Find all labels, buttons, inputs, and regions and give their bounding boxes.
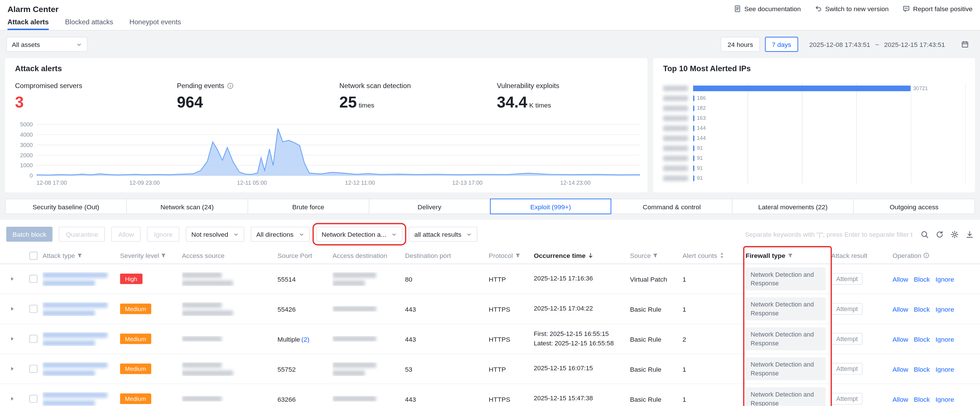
action-block-link[interactable]: Block	[914, 275, 930, 282]
svg-text:4000: 4000	[20, 132, 33, 138]
tab-attack-alerts[interactable]: Attack alerts	[8, 18, 49, 30]
action-allow-link[interactable]: Allow	[892, 335, 908, 343]
column-label: Alert counts	[682, 252, 717, 259]
search-input[interactable]	[744, 230, 914, 239]
row-checkbox[interactable]	[29, 365, 37, 373]
tab-honeypot-events[interactable]: Honeypot events	[129, 18, 181, 30]
ip-alert-bar	[693, 115, 694, 121]
category-tab-exploit-999-[interactable]: Exploit (999+)	[490, 199, 611, 214]
asset-filter-select[interactable]: All assets	[6, 37, 88, 52]
action-ignore-link[interactable]: Ignore	[935, 305, 954, 312]
filter-icon[interactable]	[77, 253, 83, 259]
category-tab-network-scan-24-[interactable]: Network scan (24)	[126, 199, 248, 214]
filter-select-network-detection-a-[interactable]: Network Detection a...	[316, 227, 402, 242]
column-header-occurrence-time: Occurrence time	[534, 252, 630, 259]
tab-blocked-attacks[interactable]: Blocked attacks	[65, 18, 113, 30]
action-ignore-link[interactable]: Ignore	[935, 335, 954, 343]
action-ignore-link[interactable]: Ignore	[935, 365, 954, 373]
switch-to-new-version-link[interactable]: Switch to new version	[815, 5, 889, 12]
see-documentation-link[interactable]: See documentation	[733, 5, 801, 12]
category-tab-brute-force[interactable]: Brute force	[247, 199, 369, 214]
row-checkbox[interactable]	[29, 335, 37, 343]
filter-icon[interactable]	[787, 253, 793, 259]
attack-type-redacted[interactable]	[43, 272, 108, 285]
range-button-7-days[interactable]: 7 days	[765, 37, 798, 52]
column-header-attack-type: Attack type	[43, 252, 120, 259]
row-checkbox[interactable]	[29, 395, 37, 403]
download-icon[interactable]	[966, 230, 974, 238]
attack-type-redacted[interactable]	[43, 362, 108, 376]
action-allow-link[interactable]: Allow	[892, 305, 908, 312]
toolbar-buttons: Batch blockQuarantineAllowIgnore	[6, 227, 180, 242]
action-ignore-link[interactable]: Ignore	[935, 395, 954, 403]
info-icon[interactable]	[923, 252, 929, 259]
info-icon[interactable]	[227, 82, 234, 89]
source-port: 55752	[278, 365, 296, 373]
svg-text:0: 0	[29, 173, 33, 179]
expand-row-icon[interactable]	[9, 336, 15, 342]
action-block-link[interactable]: Block	[914, 335, 930, 343]
bar-value: 144	[697, 125, 706, 131]
action-ignore-link[interactable]: Ignore	[935, 275, 954, 282]
alerts-table: Attack typeSeverity levelAccess sourceSo…	[0, 247, 980, 406]
action-allow-link[interactable]: Allow	[892, 275, 908, 282]
sort-desc-icon[interactable]	[587, 252, 594, 259]
range-button-24-hours[interactable]: 24 hours	[721, 37, 760, 52]
expand-row-icon[interactable]	[9, 306, 15, 312]
date-range-picker[interactable]: 2025-12-08 17:43:51 ~ 2025-12-15 17:43:5…	[804, 37, 974, 52]
filter-select-all-directions[interactable]: All directions	[251, 227, 310, 242]
ip-label-redacted	[663, 115, 688, 121]
quarantine-button[interactable]: Quarantine	[59, 227, 105, 242]
expand-row-icon[interactable]	[9, 366, 15, 372]
category-tab-outgoing-access[interactable]: Outgoing access	[853, 199, 975, 214]
row-checkbox[interactable]	[29, 275, 37, 283]
destination-port: 80	[405, 275, 489, 282]
select-all-checkbox[interactable]	[29, 251, 37, 259]
top10-ips-card: Top 10 Most Alerted IPs 30721 186 182 16…	[653, 58, 975, 192]
report-false-positive-link[interactable]: Report false positive	[902, 5, 972, 12]
occurrence-time: 2025-12-15 17:16:36	[534, 275, 593, 283]
severity-badge: Medium	[120, 393, 151, 404]
date-separator: ~	[875, 41, 879, 48]
category-tab-lateral-movements-22-[interactable]: Lateral movements (22)	[732, 199, 854, 214]
action-allow-link[interactable]: Allow	[892, 365, 908, 373]
row-checkbox[interactable]	[29, 305, 37, 313]
filter-icon[interactable]	[515, 253, 520, 259]
table-row: Medium 55426 443 HTTPS 2025-12-15 17:04:…	[0, 294, 980, 324]
filter-icon[interactable]	[161, 253, 167, 259]
column-header-protocol: Protocol	[489, 252, 534, 259]
svg-text:12-13 17:00: 12-13 17:00	[452, 179, 483, 186]
alert-source: Virtual Patch	[630, 275, 682, 282]
refresh-icon[interactable]	[935, 230, 943, 238]
allow-button[interactable]: Allow	[111, 227, 141, 242]
filter-select-not-resolved[interactable]: Not resolved	[186, 227, 244, 242]
action-block-link[interactable]: Block	[914, 395, 930, 403]
category-tab-delivery[interactable]: Delivery	[369, 199, 490, 214]
attack-type-redacted[interactable]	[43, 392, 108, 406]
batch-block-button[interactable]: Batch block	[6, 227, 52, 242]
ignore-button[interactable]: Ignore	[147, 227, 180, 242]
expand-row-icon[interactable]	[9, 276, 15, 282]
bar-value: 91	[697, 165, 703, 171]
action-allow-link[interactable]: Allow	[892, 395, 908, 403]
filter-select-all-attack-results[interactable]: all attack results	[409, 227, 477, 242]
settings-icon[interactable]	[951, 230, 959, 238]
action-block-link[interactable]: Block	[914, 305, 930, 312]
stat-pending-events: Pending events 964	[177, 82, 339, 111]
operation-links: AllowBlockIgnore	[892, 395, 980, 403]
search-icon[interactable]	[921, 230, 929, 238]
category-tab-command-control[interactable]: Command & control	[611, 199, 733, 214]
column-label: Severity level	[120, 252, 159, 259]
attack-result: Attempt	[831, 363, 863, 375]
firewall-type: Network Detection and Response	[746, 267, 826, 290]
category-tab-security-baseline-out-[interactable]: Security baseline (Out)	[5, 199, 127, 214]
sort-icon[interactable]	[719, 252, 725, 259]
svg-text:3000: 3000	[20, 141, 33, 148]
source-port-count-link[interactable]: (2)	[301, 335, 309, 343]
attack-type-redacted[interactable]	[43, 332, 108, 346]
filter-icon[interactable]	[653, 253, 659, 259]
attack-type-redacted[interactable]	[43, 302, 108, 316]
expand-row-icon[interactable]	[9, 396, 15, 402]
column-label: Access source	[182, 252, 224, 259]
action-block-link[interactable]: Block	[914, 365, 930, 373]
